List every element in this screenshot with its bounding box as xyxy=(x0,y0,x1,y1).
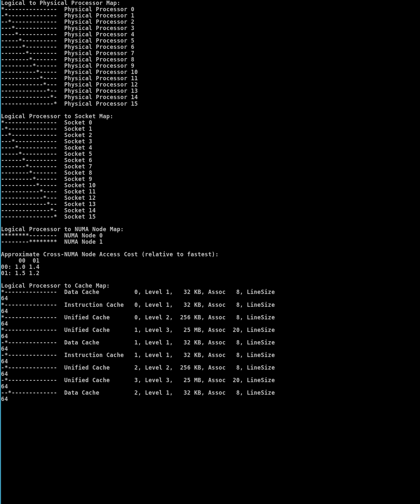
terminal-output: Logical to Physical Processor Map: *----… xyxy=(1,0,420,402)
